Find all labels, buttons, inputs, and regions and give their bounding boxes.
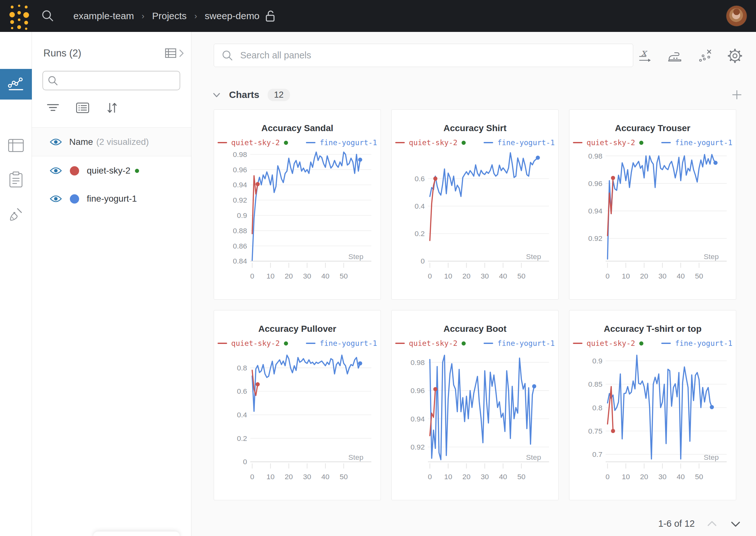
chart-legend: quiet-sky-2fine-yogurt-1 [392, 139, 558, 147]
outliers-button[interactable] [697, 48, 713, 64]
runs-search-box[interactable] [43, 71, 180, 90]
chart-plot[interactable]: 00.20.40.601020304050Step [392, 148, 558, 297]
y-tick-label: 0.85 [588, 380, 603, 388]
legend-item-quiet-sky-2[interactable]: quiet-sky-2 [217, 339, 288, 348]
legend-item-quiet-sky-2[interactable]: quiet-sky-2 [573, 339, 643, 348]
x-tick-label: 30 [481, 473, 489, 481]
run-row-fine-yogurt-1[interactable]: fine-yogurt-1 [32, 185, 191, 213]
x-tick-label: 30 [658, 473, 666, 481]
breadcrumb: example-team › Projects › sweep-demo [73, 11, 260, 21]
panel-search-bar[interactable] [214, 44, 633, 67]
run-name[interactable]: quiet-sky-2 [87, 166, 130, 176]
panel-search-input[interactable] [240, 50, 607, 61]
chart-plot[interactable]: 0.70.750.80.850.901020304050Step [570, 348, 736, 498]
group-runs-button[interactable] [76, 102, 90, 114]
charts-section-title[interactable]: Charts [229, 89, 259, 100]
y-tick-label: 0.86 [233, 242, 247, 250]
x-axis-icon: x [637, 48, 653, 64]
legend-item-quiet-sky-2[interactable]: quiet-sky-2 [395, 139, 466, 147]
x-tick-label: 50 [695, 272, 703, 280]
chart-svg: 00.20.40.60.801020304050Step [214, 348, 380, 497]
x-tick-label: 20 [463, 272, 471, 280]
nav-logs-button[interactable] [0, 171, 32, 188]
nav-sweeps-button[interactable] [0, 206, 32, 223]
y-tick-label: 0.92 [588, 234, 603, 243]
gear-icon [727, 47, 743, 64]
breadcrumb-team[interactable]: example-team [73, 11, 134, 21]
user-avatar[interactable] [726, 5, 747, 26]
chart-panel[interactable]: Accuracy Boot quiet-sky-2fine-yogurt-1 0… [391, 310, 559, 500]
legend-item-fine-yogurt-1[interactable]: fine-yogurt-1 [483, 139, 555, 147]
breadcrumb-separator: › [142, 11, 145, 21]
chart-plot[interactable]: 0.920.940.960.9801020304050Step [392, 348, 558, 498]
legend-status-dot [284, 341, 288, 346]
run-row-quiet-sky-2[interactable]: quiet-sky-2 [32, 157, 191, 185]
sort-runs-button[interactable] [106, 101, 118, 115]
y-tick-label: 0.4 [415, 202, 425, 210]
previous-page-button[interactable] [706, 519, 718, 529]
legend-dash-icon [661, 142, 671, 143]
x-tick-label: 20 [285, 272, 293, 280]
legend-item-quiet-sky-2[interactable]: quiet-sky-2 [573, 139, 643, 147]
eye-visibility-icon[interactable] [49, 166, 62, 175]
breadcrumb-projects[interactable]: Projects [152, 11, 187, 21]
top-navbar: example-team › Projects › sweep-demo [0, 0, 756, 32]
chart-svg: 00.20.40.601020304050Step [392, 148, 558, 296]
x-tick-label: 0 [606, 473, 609, 481]
chart-plot[interactable]: 00.20.40.60.801020304050Step [214, 348, 380, 498]
legend-item-fine-yogurt-1[interactable]: fine-yogurt-1 [306, 339, 377, 348]
legend-run-name: fine-yogurt-1 [320, 339, 377, 348]
chart-panel[interactable]: Accuracy Sandal quiet-sky-2fine-yogurt-1… [214, 110, 381, 300]
series-end-dot-quiet-sky-2 [255, 382, 260, 386]
chart-panel[interactable]: Accuracy T-shirt or top quiet-sky-2fine-… [569, 310, 736, 500]
x-tick-label: 10 [622, 272, 630, 280]
nav-workspace-button[interactable] [0, 69, 32, 100]
chart-plot[interactable]: 0.920.940.960.9801020304050Step [570, 148, 736, 297]
legend-run-name: fine-yogurt-1 [675, 339, 732, 348]
legend-item-fine-yogurt-1[interactable]: fine-yogurt-1 [306, 139, 377, 147]
series-end-dot-quiet-sky-2 [611, 176, 615, 180]
settings-button[interactable] [727, 48, 743, 64]
chart-legend: quiet-sky-2fine-yogurt-1 [570, 339, 736, 348]
workspace-main: x [191, 32, 756, 536]
y-tick-label: 0.96 [411, 386, 425, 395]
chart-svg: 0.840.860.880.90.920.940.960.98010203040… [214, 148, 380, 296]
legend-item-fine-yogurt-1[interactable]: fine-yogurt-1 [661, 139, 732, 147]
run-name[interactable]: fine-yogurt-1 [87, 194, 137, 204]
next-page-button[interactable] [729, 519, 742, 529]
chart-title: Accuracy Shirt [392, 123, 558, 133]
runs-search-input[interactable] [62, 76, 171, 85]
wandb-logo-icon[interactable] [0, 0, 32, 32]
runs-column-name[interactable]: Name [69, 137, 93, 147]
filter-runs-button[interactable] [46, 102, 60, 114]
chart-panel[interactable]: Accuracy Trouser quiet-sky-2fine-yogurt-… [569, 110, 736, 300]
x-axis-settings-button[interactable]: x [637, 48, 653, 64]
eye-visibility-icon[interactable] [49, 194, 62, 203]
legend-run-name: quiet-sky-2 [587, 139, 635, 147]
expand-runs-table-button[interactable] [164, 47, 185, 60]
series-line-fine-yogurt-1 [252, 152, 360, 260]
breadcrumb-project[interactable]: sweep-demo [205, 11, 260, 21]
smoothing-button[interactable] [667, 48, 683, 64]
charts-grid: Accuracy Sandal quiet-sky-2fine-yogurt-1… [214, 110, 736, 500]
x-axis-title: Step [526, 453, 541, 461]
legend-run-name: fine-yogurt-1 [497, 339, 555, 348]
legend-item-fine-yogurt-1[interactable]: fine-yogurt-1 [483, 339, 555, 348]
collapse-section-button[interactable] [211, 89, 222, 100]
legend-run-name: fine-yogurt-1 [497, 139, 555, 147]
eye-visibility-icon[interactable] [49, 138, 62, 147]
y-tick-label: 0.9 [237, 211, 247, 219]
series-line-fine-yogurt-1 [430, 153, 538, 196]
nav-search-icon[interactable] [41, 9, 55, 23]
nav-table-button[interactable] [0, 139, 32, 153]
legend-item-fine-yogurt-1[interactable]: fine-yogurt-1 [661, 339, 732, 348]
legend-item-quiet-sky-2[interactable]: quiet-sky-2 [217, 139, 288, 147]
unlock-icon[interactable] [265, 10, 276, 22]
add-panel-button[interactable] [731, 88, 743, 101]
chart-plot[interactable]: 0.840.860.880.90.920.940.960.98010203040… [214, 148, 380, 297]
chart-panel[interactable]: Accuracy Pullover quiet-sky-2fine-yogurt… [214, 310, 381, 500]
legend-item-quiet-sky-2[interactable]: quiet-sky-2 [395, 339, 466, 348]
run-color-dot [70, 166, 79, 176]
x-tick-label: 20 [285, 473, 293, 481]
chart-panel[interactable]: Accuracy Shirt quiet-sky-2fine-yogurt-1 … [391, 110, 559, 300]
